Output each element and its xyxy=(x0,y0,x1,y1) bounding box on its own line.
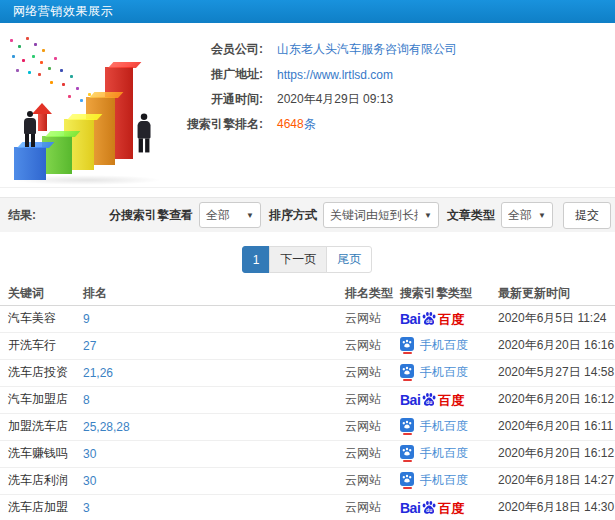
engine-cell: 手机百度 xyxy=(400,413,498,440)
rank-link[interactable]: 30 xyxy=(83,447,96,461)
current-page-button[interactable]: 1 xyxy=(242,246,271,273)
open-time-label: 开通时间: xyxy=(185,91,263,108)
rank-cell: 30 xyxy=(83,467,345,494)
baidu-paw-icon: du xyxy=(421,311,437,327)
table-row: 开洗车行 27 云网站 手机百度 2020年6月20日 16:16 xyxy=(0,332,615,359)
businessman-left-icon xyxy=(22,111,37,147)
table-header-row: 关键词 排名 排名类型 搜索引擎类型 最新更新时间 xyxy=(0,283,615,305)
rank-unit: 条 xyxy=(304,117,316,131)
engine-rank-row: 搜索引擎排名: 4648条 xyxy=(185,112,457,137)
svg-text:du: du xyxy=(426,507,432,513)
rank-link[interactable]: 9 xyxy=(83,312,90,326)
engine-cell: 手机百度 xyxy=(400,332,498,359)
company-link[interactable]: 山东老人头汽车服务咨询有限公司 xyxy=(277,41,457,58)
mobile-baidu-logo: 手机百度 xyxy=(400,445,468,462)
mobile-baidu-logo: 手机百度 xyxy=(400,364,468,381)
mobile-baidu-icon xyxy=(400,364,414,381)
keyword-cell: 开洗车行 xyxy=(0,332,83,359)
updated-cell: 2020年6月20日 16:12 xyxy=(498,440,615,467)
chevron-down-icon: ▼ xyxy=(424,211,432,220)
chevron-down-icon: ▼ xyxy=(538,211,546,220)
engine-rank-label: 搜索引擎排名: xyxy=(185,116,263,133)
keyword-cell: 汽车加盟店 xyxy=(0,386,83,413)
rank-cell: 30 xyxy=(83,440,345,467)
rank-link[interactable]: 21,26 xyxy=(83,366,113,380)
updated-cell: 2020年6月20日 16:11 xyxy=(498,413,615,440)
rank-type-cell: 云网站 xyxy=(345,467,400,494)
mobile-baidu-label: 手机百度 xyxy=(420,418,468,435)
article-type-select[interactable]: 全部 ▼ xyxy=(501,202,553,228)
rank-type-cell: 云网站 xyxy=(345,332,400,359)
baidu-logo-text-bai: Bai xyxy=(400,501,420,515)
filter-group: 分搜索引擎查看 全部 ▼ 排序方式 关键词由短到长排序 ▼ 文章类型 全部 ▼ … xyxy=(109,202,611,229)
mobile-baidu-logo: 手机百度 xyxy=(400,472,468,489)
engine-cell: Baidu百度 xyxy=(400,305,498,332)
rank-type-cell: 云网站 xyxy=(345,305,400,332)
updated-cell: 2020年6月20日 16:16 xyxy=(498,332,615,359)
rank-link[interactable]: 8 xyxy=(83,393,90,407)
sort-filter-select[interactable]: 关键词由短到长排序 ▼ xyxy=(323,202,439,228)
mobile-baidu-icon xyxy=(400,418,414,435)
baidu-logo-text-cn: 百度 xyxy=(438,313,464,326)
engine-filter-value: 全部 xyxy=(206,207,240,224)
keyword-cell: 洗车赚钱吗 xyxy=(0,440,83,467)
updated-cell: 2020年5月27日 14:58 xyxy=(498,359,615,386)
article-type-label: 文章类型 xyxy=(447,207,495,224)
table-row: 洗车赚钱吗 30 云网站 手机百度 2020年6月20日 16:12 xyxy=(0,440,615,467)
company-label: 会员公司: xyxy=(185,41,263,58)
keyword-cell: 洗车店利润 xyxy=(0,467,83,494)
header-rank: 排名 xyxy=(83,283,345,305)
open-time-value: 2020年4月29日 09:13 xyxy=(277,91,393,108)
table-row: 洗车店加盟 3 云网站 Baidu百度 2020年6月18日 14:30 xyxy=(0,494,615,520)
rank-link[interactable]: 30 xyxy=(83,474,96,488)
submit-button[interactable]: 提交 xyxy=(563,202,611,229)
results-table: 关键词 排名 排名类型 搜索引擎类型 最新更新时间 汽车美容 9 云网站 Bai… xyxy=(0,283,615,520)
baidu-paw-icon: du xyxy=(421,392,437,408)
rank-count: 4648 xyxy=(277,117,304,131)
table-row: 洗车店利润 30 云网站 手机百度 2020年6月18日 14:27 xyxy=(0,467,615,494)
sort-filter-value: 关键词由短到长排序 xyxy=(330,207,418,224)
mobile-baidu-label: 手机百度 xyxy=(420,472,468,489)
svg-text:du: du xyxy=(426,399,432,405)
engine-rank-value: 4648条 xyxy=(277,116,316,133)
engine-filter-label: 分搜索引擎查看 xyxy=(109,207,193,224)
table-row: 汽车美容 9 云网站 Baidu百度 2020年6月5日 11:24 xyxy=(0,305,615,332)
filter-bar: 结果: 分搜索引擎查看 全部 ▼ 排序方式 关键词由短到长排序 ▼ 文章类型 全… xyxy=(0,197,615,232)
sort-filter-label: 排序方式 xyxy=(269,207,317,224)
baidu-logo: Baidu百度 xyxy=(400,311,464,326)
rank-link[interactable]: 3 xyxy=(83,501,90,515)
keyword-cell: 汽车美容 xyxy=(0,305,83,332)
baidu-logo: Baidu百度 xyxy=(400,392,464,407)
rank-link[interactable]: 27 xyxy=(83,339,96,353)
mobile-baidu-label: 手机百度 xyxy=(420,445,468,462)
baidu-logo-text-cn: 百度 xyxy=(438,502,464,515)
rank-type-cell: 云网站 xyxy=(345,413,400,440)
next-page-button[interactable]: 下一页 xyxy=(269,246,327,273)
engine-cell: Baidu百度 xyxy=(400,386,498,413)
rank-cell: 25,28,28 xyxy=(83,413,345,440)
updated-cell: 2020年6月18日 14:27 xyxy=(498,467,615,494)
table-row: 加盟洗车店 25,28,28 云网站 手机百度 2020年6月20日 16:11 xyxy=(0,413,615,440)
page-title: 网络营销效果展示 xyxy=(13,4,113,18)
url-label: 推广地址: xyxy=(185,66,263,83)
updated-cell: 2020年6月20日 16:12 xyxy=(498,386,615,413)
rank-type-cell: 云网站 xyxy=(345,359,400,386)
chevron-down-icon: ▼ xyxy=(246,211,254,220)
rank-cell: 3 xyxy=(83,494,345,520)
company-row: 会员公司: 山东老人头汽车服务咨询有限公司 xyxy=(185,37,457,62)
rank-cell: 21,26 xyxy=(83,359,345,386)
last-page-button[interactable]: 尾页 xyxy=(326,246,372,273)
marketing-chart-graphic xyxy=(2,27,180,185)
pagination: 1 下一页 尾页 xyxy=(0,246,615,273)
mobile-baidu-label: 手机百度 xyxy=(420,364,468,381)
rank-link[interactable]: 25,28,28 xyxy=(83,420,130,434)
article-type-value: 全部 xyxy=(508,207,532,224)
baidu-logo-text-bai: Bai xyxy=(400,312,420,326)
engine-cell: Baidu百度 xyxy=(400,494,498,520)
promotion-url-link[interactable]: https://www.lrtlsd.com xyxy=(277,68,393,82)
table-row: 汽车加盟店 8 云网站 Baidu百度 2020年6月20日 16:12 xyxy=(0,386,615,413)
results-section: 关键词 排名 排名类型 搜索引擎类型 最新更新时间 汽车美容 9 云网站 Bai… xyxy=(0,283,615,520)
engine-filter-select[interactable]: 全部 ▼ xyxy=(199,202,261,228)
engine-cell: 手机百度 xyxy=(400,440,498,467)
url-row: 推广地址: https://www.lrtlsd.com xyxy=(185,62,457,87)
